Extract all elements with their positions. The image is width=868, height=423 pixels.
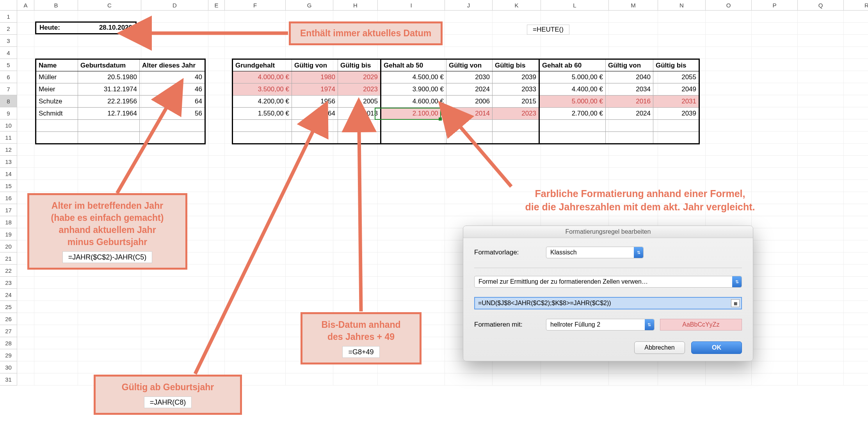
row-header-31[interactable]: 31 [0,373,17,386]
row-header-19[interactable]: 19 [0,228,17,240]
th-1[interactable]: Gültig von [292,59,338,71]
row-header-13[interactable]: 13 [0,156,17,168]
th-0[interactable]: Grundgehalt [233,59,292,71]
callout-gvon: Gültig ab Geburtsjahr =JAHR(C8) [94,375,242,415]
callout-gbis-text: Bis-Datum anhand des Jahres + 49 [309,319,413,343]
row-header-26[interactable]: 26 [0,313,17,325]
row-header-27[interactable]: 27 [0,325,17,337]
heute-label: Heute: [36,23,63,33]
th-3[interactable]: Gehalt ab 50 [381,59,446,71]
row-header-25[interactable]: 25 [0,301,17,313]
row-header-29[interactable]: 29 [0,349,17,361]
heute-box: Heute: 28.10.2020 [35,21,137,34]
row-header-30[interactable]: 30 [0,361,17,373]
row-header-23[interactable]: 23 [0,277,17,289]
th-alter-dieses-jahr[interactable]: Alter dieses Jahr [140,59,205,71]
format-with-label: Formatieren mit: [474,321,541,329]
col-header-F[interactable]: F [225,0,286,11]
row-headers[interactable]: 1234567891011121314151617181920212223242… [0,11,17,386]
col-header-C[interactable]: C [78,0,141,11]
th-2[interactable]: Gültig bis [338,59,381,71]
heute-value: 28.10.2020 [63,23,135,33]
th-6[interactable]: Gehalt ab 60 [539,59,606,71]
th-name[interactable]: Name [36,59,78,71]
rule-type-select[interactable]: Formel zur Ermittlung der zu formatieren… [474,276,742,288]
col-header-D[interactable]: D [141,0,208,11]
format-preview: AaBbCcYyZz [660,319,742,331]
row-header-1[interactable]: 1 [0,11,17,23]
col-header-G[interactable]: G [286,0,333,11]
row-header-17[interactable]: 17 [0,204,17,216]
callout-cond-text: Farbliche Formatierung anhand einer Form… [525,188,755,212]
row-header-11[interactable]: 11 [0,132,17,144]
salary-table[interactable]: GrundgehaltGültig vonGültig bisGehalt ab… [232,59,700,144]
col-header-L[interactable]: L [541,0,609,11]
col-header-I[interactable]: I [378,0,445,11]
col-header-H[interactable]: H [333,0,378,11]
style-select[interactable]: Klassisch ⇅ [546,247,644,258]
table-row: 3.500,00 €197420233.900,00 €202420334.40… [233,84,699,96]
chevron-updown-icon: ⇅ [732,276,742,287]
format-with-select[interactable]: hellroter Füllung 2 ⇅ [546,319,655,331]
col-header-Q[interactable]: Q [798,0,844,11]
callout-gvon-text: Gültig ab Geburtsjahr [122,382,214,392]
row-header-20[interactable]: 20 [0,240,17,252]
col-header-O[interactable]: O [706,0,752,11]
chevron-updown-icon: ⇅ [645,319,654,330]
ok-button[interactable]: OK [691,341,742,354]
col-header-M[interactable]: M [609,0,658,11]
callout-heute-text: Enthält immer aktuelles Datum [300,28,431,38]
col-header-R[interactable]: R [844,0,868,11]
callout-age-text: Alter im betreffenden Jahr (habe es einf… [36,200,178,248]
rule-formula-input[interactable]: =UND($J$8<JAHR($C$2);$K$8>=JAHR($C$2)) ▦ [474,297,742,309]
row-header-21[interactable]: 21 [0,252,17,265]
col-header-K[interactable]: K [493,0,541,11]
row-header-24[interactable]: 24 [0,289,17,301]
table-row: Meier31.12.197446 [36,84,205,96]
row-header-7[interactable]: 7 [0,83,17,95]
row-header-15[interactable]: 15 [0,180,17,192]
formula-gvon: =JAHR(C8) [144,396,192,408]
table-row: Schmidt12.7.196456 [36,108,205,120]
row-header-3[interactable]: 3 [0,35,17,47]
formula-heute: =HEUTE() [527,25,569,35]
table-row: 4.200,00 €195620054.600,00 €200620155.00… [233,96,699,108]
column-headers[interactable]: ABCDEFGHIJKLMNOPQR [0,0,868,11]
row-header-14[interactable]: 14 [0,168,17,180]
row-header-4[interactable]: 4 [0,47,17,59]
row-header-6[interactable]: 6 [0,71,17,83]
th-4[interactable]: Gültig von [446,59,493,71]
range-picker-icon[interactable]: ▦ [731,299,740,307]
row-header-16[interactable]: 16 [0,192,17,204]
row-header-10[interactable]: 10 [0,119,17,132]
row-header-9[interactable]: 9 [0,107,17,119]
th-8[interactable]: Gültig bis [653,59,699,71]
table-row: Schulze22.2.195664 [36,96,205,108]
people-table[interactable]: NameGeburtsdatumAlter dieses Jahr Müller… [35,59,206,144]
row-header-8[interactable]: 8 [0,95,17,107]
th-7[interactable]: Gültig von [606,59,653,71]
col-header-B[interactable]: B [34,0,78,11]
dialog-title: Formatierungsregel bearbeiten [463,226,753,238]
callout-gbis: Bis-Datum anhand des Jahres + 49 =G8+49 [301,312,422,364]
col-header-E[interactable]: E [208,0,225,11]
cancel-button[interactable]: Abbrechen [634,341,685,354]
table-row: Müller20.5.198040 [36,71,205,84]
th-geburtsdatum[interactable]: Geburtsdatum [78,59,140,71]
chevron-updown-icon: ⇅ [634,247,643,258]
table-row: 4.000,00 €198020294.500,00 €203020395.00… [233,71,699,84]
col-header-N[interactable]: N [658,0,706,11]
th-5[interactable]: Gültig bis [493,59,539,71]
row-header-18[interactable]: 18 [0,216,17,228]
row-header-5[interactable]: 5 [0,59,17,71]
col-header-J[interactable]: J [445,0,493,11]
callout-age: Alter im betreffenden Jahr (habe es einf… [27,193,187,270]
row-header-28[interactable]: 28 [0,337,17,349]
callout-cond: Farbliche Formatierung anhand einer Form… [480,187,800,214]
row-header-2[interactable]: 2 [0,23,17,35]
row-header-22[interactable]: 22 [0,265,17,277]
col-header-A[interactable]: A [17,0,34,11]
table-row: 1.550,00 €196420132.100,00 €201420232.70… [233,108,699,120]
row-header-12[interactable]: 12 [0,144,17,156]
col-header-P[interactable]: P [752,0,798,11]
